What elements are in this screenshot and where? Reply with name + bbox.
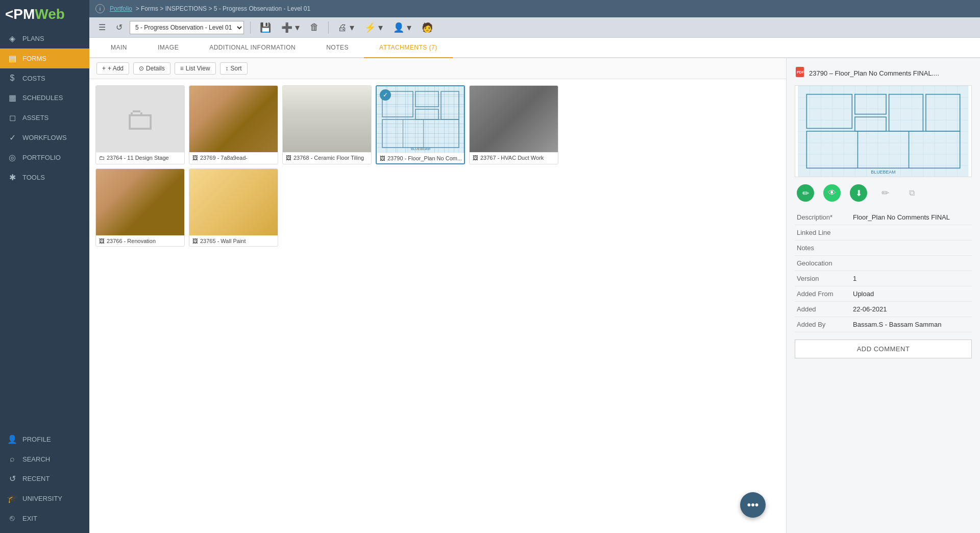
gallery-item-23764[interactable]: 🗀 🗀 23764 - 11 Design Stage bbox=[95, 85, 185, 164]
pdf-icon: PDF bbox=[795, 66, 805, 80]
breadcrumb: Portfolio > Forms > INSPECTIONS > 5 - Pr… bbox=[110, 5, 310, 12]
detail-label: Added From bbox=[795, 286, 851, 302]
content-area: + + Add ⊙ Details ≡ List View ↕ Sort bbox=[89, 58, 980, 533]
gallery-item-23765[interactable]: 🖼 23765 - Wall Paint bbox=[189, 168, 278, 247]
detail-value: Upload bbox=[851, 286, 972, 302]
person-button[interactable]: 🧑 bbox=[419, 21, 436, 34]
print-button[interactable]: 🖨 ▾ bbox=[335, 21, 357, 34]
lightning-button[interactable]: ⚡ ▾ bbox=[361, 21, 386, 34]
detail-value bbox=[851, 240, 972, 256]
gallery-item-label: 🖼 23768 - Ceramic Floor Tiling bbox=[283, 152, 371, 163]
panel-title: PDF 23790 – Floor_Plan No Comments FINAL… bbox=[795, 66, 972, 80]
save-button[interactable]: 💾 bbox=[257, 21, 274, 34]
user-button[interactable]: 👤 ▾ bbox=[390, 21, 414, 34]
tab-main[interactable]: MAIN bbox=[95, 38, 142, 58]
detail-label: Added By bbox=[795, 317, 851, 332]
detail-row-linked-line: Linked Line bbox=[795, 225, 972, 240]
detail-value: Floor_Plan No Comments FINAL bbox=[851, 210, 972, 225]
sidebar-item-tools[interactable]: ✱ TOOLS bbox=[0, 167, 89, 187]
svg-rect-18 bbox=[441, 91, 459, 119]
tab-notes[interactable]: NOTES bbox=[311, 38, 364, 58]
pencil-icon[interactable]: ✏ bbox=[876, 184, 894, 202]
assets-icon: ◻ bbox=[7, 113, 17, 123]
svg-text:BLUEBEAM: BLUEBEAM bbox=[410, 147, 430, 151]
view-icon[interactable]: 👁 bbox=[823, 184, 841, 202]
gallery-item-23766[interactable]: 🖼 23766 - Renovation bbox=[95, 168, 185, 247]
exit-icon: ⎋ bbox=[7, 514, 17, 523]
undo-button[interactable]: ↺ bbox=[113, 20, 126, 34]
detail-row-geolocation: Geolocation bbox=[795, 256, 972, 271]
svg-rect-20 bbox=[403, 119, 403, 148]
sidebar-item-forms[interactable]: ▤ FORMS bbox=[0, 49, 89, 68]
gallery-item-label: 🖼 23790 - Floor_Plan No Com... bbox=[377, 153, 464, 163]
detail-value bbox=[851, 225, 972, 240]
tab-additional[interactable]: ADDITIONAL INFORMATION bbox=[194, 38, 311, 58]
gallery-item-23769[interactable]: 🖼 23769 - 7a8a9ead- bbox=[189, 85, 278, 164]
svg-text:PDF: PDF bbox=[797, 70, 804, 74]
plus-icon: + bbox=[102, 65, 106, 72]
delete-button[interactable]: 🗑 bbox=[307, 21, 322, 34]
sidebar-item-label: COSTS bbox=[22, 75, 45, 82]
fab-icon: ••• bbox=[747, 498, 758, 512]
add-comment-button[interactable]: ADD COMMENT bbox=[795, 340, 972, 358]
gallery-item-image bbox=[470, 86, 558, 152]
gallery-section: + + Add ⊙ Details ≡ List View ↕ Sort bbox=[89, 58, 786, 533]
sidebar-item-assets[interactable]: ◻ ASSETS bbox=[0, 108, 89, 128]
menu-button[interactable]: ☰ bbox=[95, 20, 109, 34]
details-icon: ⊙ bbox=[139, 65, 144, 72]
search-icon: ⌕ bbox=[7, 454, 17, 464]
details-button[interactable]: ⊙ Details bbox=[133, 62, 170, 75]
gallery-item-23767[interactable]: 🖼 23767 - HVAC Duct Work bbox=[469, 85, 558, 164]
panel-actions: ✏ 👁 ⬇ ✏ ⧉ bbox=[795, 184, 972, 202]
photo-icon: 🖼 bbox=[192, 238, 198, 244]
gallery-item-image: 🗀 bbox=[96, 86, 184, 152]
copy-icon[interactable]: ⧉ bbox=[903, 184, 920, 202]
top-bar: i Portfolio > Forms > INSPECTIONS > 5 - … bbox=[89, 0, 980, 17]
sidebar-item-workflows[interactable]: ✓ WORKFLOWS bbox=[0, 128, 89, 148]
list-view-button[interactable]: ≡ List View bbox=[175, 62, 216, 75]
sidebar-item-exit[interactable]: ⎋ EXIT bbox=[0, 508, 89, 528]
record-selector[interactable]: 5 - Progress Observation - Level 01 bbox=[130, 21, 244, 34]
sort-button[interactable]: ↕ Sort bbox=[220, 62, 248, 75]
costs-icon: $ bbox=[7, 74, 17, 83]
forms-icon: ▤ bbox=[7, 54, 17, 63]
detail-label: Added bbox=[795, 302, 851, 317]
detail-value: Bassam.S - Bassam Samman bbox=[851, 317, 972, 332]
sidebar-item-portfolio[interactable]: ◎ PORTFOLIO bbox=[0, 148, 89, 167]
sidebar-item-search[interactable]: ⌕ SEARCH bbox=[0, 449, 89, 469]
add-attachment-button[interactable]: + + Add bbox=[96, 62, 129, 75]
sidebar-item-profile[interactable]: 👤 PROFILE bbox=[0, 429, 89, 449]
fab-button[interactable]: ••• bbox=[740, 492, 766, 518]
toolbar-separator bbox=[250, 21, 251, 34]
photo-icon: 🖼 bbox=[99, 238, 105, 244]
portfolio-breadcrumb-link[interactable]: Portfolio bbox=[110, 5, 132, 12]
gallery-item-23768[interactable]: 🖼 23768 - Ceramic Floor Tiling bbox=[282, 85, 372, 164]
schedules-icon: ▦ bbox=[7, 93, 17, 103]
tab-attachments[interactable]: ATTACHMENTS (7) bbox=[364, 38, 453, 58]
gallery-item-23790[interactable]: ✓ bbox=[376, 85, 465, 164]
sidebar-item-label: SEARCH bbox=[22, 455, 50, 463]
sidebar-item-schedules[interactable]: ▦ SCHEDULES bbox=[0, 88, 89, 108]
info-icon[interactable]: i bbox=[95, 4, 105, 13]
sidebar-item-plans[interactable]: ◈ PLANS bbox=[0, 29, 89, 49]
blueprint-large-preview: BLUEBEAM bbox=[795, 86, 971, 177]
gallery-item-image bbox=[189, 86, 278, 152]
sidebar-item-label: UNIVERSITY bbox=[22, 495, 62, 502]
photo-icon: 🖼 bbox=[192, 155, 198, 161]
sidebar-item-label: EXIT bbox=[22, 515, 37, 522]
detail-value bbox=[851, 256, 972, 271]
recent-icon: ↺ bbox=[7, 474, 17, 483]
detail-row-description: Description* Floor_Plan No Comments FINA… bbox=[795, 210, 972, 225]
sidebar-item-university[interactable]: 🎓 UNIVERSITY bbox=[0, 489, 89, 508]
download-icon[interactable]: ⬇ bbox=[850, 184, 867, 202]
add-button[interactable]: ➕ ▾ bbox=[278, 21, 303, 34]
edit-icon[interactable]: ✏ bbox=[797, 184, 814, 202]
svg-rect-16 bbox=[415, 91, 438, 107]
tab-image[interactable]: IMAGE bbox=[142, 38, 194, 58]
toolbar: ☰ ↺ 5 - Progress Observation - Level 01 … bbox=[89, 17, 980, 38]
sidebar-item-recent[interactable]: ↺ RECENT bbox=[0, 469, 89, 489]
sidebar: <PMWeb ◈ PLANS ▤ FORMS $ COSTS ▦ SCHEDUL… bbox=[0, 0, 89, 533]
details-table: Description* Floor_Plan No Comments FINA… bbox=[795, 210, 972, 332]
svg-rect-19 bbox=[382, 119, 459, 148]
sidebar-item-costs[interactable]: $ COSTS bbox=[0, 68, 89, 88]
